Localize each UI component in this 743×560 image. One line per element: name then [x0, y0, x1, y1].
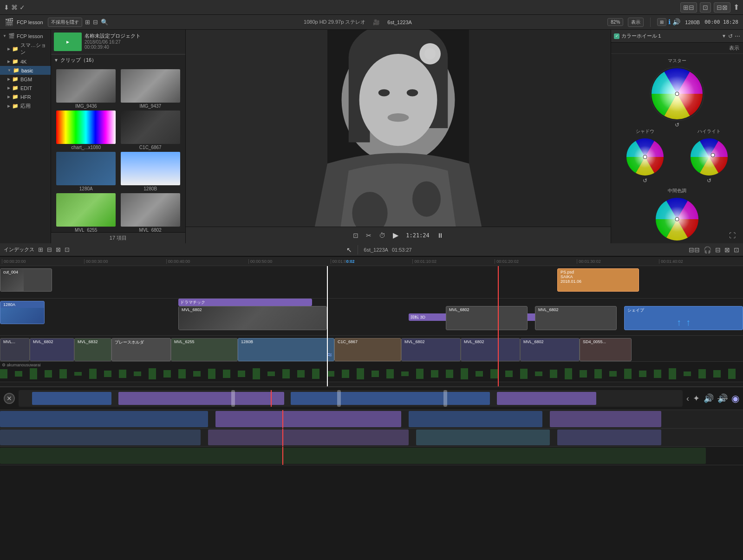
fit-icon[interactable]: ⊡ [353, 232, 358, 239]
clip-mvl6255-s[interactable]: MVL_6255 [171, 338, 238, 361]
sidebar-item-smation[interactable]: ▶ 📁 スマ…ション [0, 40, 51, 57]
master-reset-icon[interactable]: ↺ [675, 122, 679, 128]
speed-icon[interactable]: ⏱ [379, 232, 385, 239]
play-btn[interactable]: ▶ [393, 231, 398, 240]
zoom-btn[interactable]: 82% [607, 18, 623, 26]
shadow-reset-icon[interactable]: ↺ [643, 177, 647, 184]
sidebar-item-basic[interactable]: ▼ 📁 basic [0, 66, 51, 75]
audio-icon[interactable]: ⊟⊟ [689, 246, 700, 254]
panel-icon[interactable]: ⊡ [700, 2, 711, 13]
clip-pspsd[interactable]: PS.psdSAIKA2018.01.06 [557, 268, 639, 292]
mini-handle-left[interactable] [231, 390, 235, 407]
color-enable-checkbox[interactable]: ✓ [614, 33, 619, 39]
siri-icon[interactable]: ◉ [731, 393, 739, 404]
trim-icon[interactable]: ✂ [366, 232, 372, 239]
midtone-wheel-svg[interactable] [654, 196, 700, 242]
info-icon[interactable]: ℹ [668, 18, 671, 26]
clip-item-mvl6802[interactable]: MVL_6802 [119, 193, 182, 232]
clip-item-1280b[interactable]: 1280B [119, 152, 182, 191]
track-content-3: MVL... MVL_6802 MVL_6832 プレースホルダ MVL_625… [0, 336, 743, 361]
timeline-icon2[interactable]: ⊟ [715, 246, 721, 254]
clip-item-chart[interactable]: chart_...x1080 [55, 111, 117, 150]
vol-icon[interactable]: 🔊 [672, 18, 680, 26]
sidebar-item-hfr[interactable]: ▶ 📁 HFR [0, 92, 51, 101]
ruler-mark-8: 00:01:30:02 [577, 259, 659, 264]
clip-mvl6802-t1[interactable]: MVL_6802 [401, 338, 461, 361]
timeline-center-info: 6st_1223A [364, 247, 388, 253]
index-icon3[interactable]: ⊠ [56, 246, 61, 253]
reset-icon[interactable]: ↺ [728, 33, 733, 39]
back-icon[interactable]: ⬇ [4, 4, 9, 11]
clip-item-c1c6867[interactable]: C1C_6867 [119, 111, 182, 150]
pause-btn[interactable]: ⏸ [437, 232, 443, 239]
sidebar-item-4k[interactable]: ▶ 📁 4K [0, 57, 51, 66]
clip-item-img9437[interactable]: IMG_9437 [119, 69, 182, 109]
vol-icon2[interactable]: 🔊 [704, 393, 714, 404]
timeline-icon4[interactable]: ⊡ [734, 246, 739, 254]
clip-mvl6802-t2[interactable]: MVL_6802 [461, 338, 520, 361]
ov3-clip-1 [0, 448, 706, 464]
sidebar-item-fcplesson[interactable]: ▼ 🎬 FCP lesson [0, 32, 51, 40]
timeline-icon3[interactable]: ⊠ [724, 246, 730, 254]
sidebar-item-applied[interactable]: ▶ 📁 応用 [0, 101, 51, 111]
share-icon[interactable]: ⬆ [733, 3, 739, 12]
clip-mvl6802-main[interactable]: MVL_6802 [178, 306, 327, 330]
index-icon1[interactable]: ⊞ [38, 246, 43, 253]
clip-c1c6867-s[interactable]: C1C_6867 [334, 338, 401, 361]
layout-icon[interactable]: ⊟⊠ [714, 2, 730, 13]
ov3-playhead [282, 447, 283, 465]
index-icon4[interactable]: ⊡ [65, 246, 70, 253]
timeline-tracks: cut_004 PS.psdSAIKA2018.01.06 1280A ドラマチ… [0, 266, 743, 386]
sidebar: ▼ 🎬 FCP lesson ▶ 📁 スマ…ション ▶ 📁 4K ▼ 📁 bas… [0, 30, 51, 243]
sidebar-item-edit[interactable]: ▶ 📁 EDIT [0, 84, 51, 92]
key-icon[interactable]: ⌘ [11, 4, 18, 11]
mini-timeline-track[interactable] [19, 390, 683, 407]
fullscreen-icon[interactable]: ⛶ [729, 232, 736, 239]
sidebar-item-bgm[interactable]: ▶ 📁 BGM [0, 75, 51, 84]
clip-placeholder[interactable]: プレースホルダ [111, 338, 171, 361]
clip-item-mvl6255[interactable]: MVL_6255 [55, 193, 117, 232]
clip-item-1280a[interactable]: 1280A [55, 152, 117, 191]
search-icon[interactable]: 🔍 [101, 19, 108, 26]
clip-mvl6802-2[interactable]: MVL_6802 [446, 306, 528, 330]
clip-mvl-small1[interactable]: MVL... [0, 338, 30, 361]
svg-rect-61 [505, 371, 513, 377]
color-display-label[interactable]: 表示 [729, 45, 739, 52]
clip-mvl6832-s[interactable]: MVL_6832 [74, 338, 111, 361]
mini-handle-mid[interactable] [337, 390, 341, 407]
master-wheel-svg[interactable] [649, 66, 705, 122]
browser-icon1[interactable]: ⊞ [85, 19, 90, 26]
clip-item-img9436[interactable]: IMG_9436 [55, 69, 117, 109]
clips-grid: IMG_9436 IMG_9437 chart_...x1080 C1C_686… [53, 67, 183, 232]
color-panel-arrow[interactable]: ▼ [722, 33, 726, 39]
clip-label-c1c6867-s: C1C_6867 [336, 339, 359, 345]
check-icon[interactable]: ✓ [20, 4, 25, 11]
shadow-wheel-svg[interactable] [625, 137, 665, 177]
clip-mvl6802-t3[interactable]: MVL_6802 [520, 338, 580, 361]
grid-icon[interactable]: ⊞⊟ [680, 2, 697, 13]
mini-handle-right[interactable] [443, 390, 447, 407]
nav-back-icon[interactable]: ‹ [686, 394, 689, 404]
midtone-reset-icon[interactable]: ↺ [675, 242, 679, 243]
headphone-icon[interactable]: 🎧 [704, 246, 711, 254]
close-btn[interactable]: ✕ [4, 393, 15, 404]
highlight-reset-icon[interactable]: ↺ [707, 177, 711, 184]
color-options-icon[interactable]: ⋯ [735, 33, 740, 39]
clip-shape[interactable]: シェイプ ↑ ↑ [624, 306, 743, 330]
index-icon2[interactable]: ⊟ [47, 246, 52, 253]
clip-mvl6802-3[interactable]: MVL_6802 [535, 306, 617, 330]
clip-cut004[interactable]: cut_004 [0, 268, 52, 292]
browser-icon2[interactable]: ⊟ [93, 19, 98, 26]
cursor-icon[interactable]: ↖ [346, 246, 352, 254]
clip-mvl6802-s[interactable]: MVL_6802 [30, 338, 74, 361]
clip-1280b-s[interactable]: 1280B ≈ [238, 338, 334, 361]
highlight-wheel-svg[interactable] [689, 137, 730, 177]
list-icon[interactable]: ⊞ [657, 18, 666, 26]
clip-1280a-tl[interactable]: 1280A [0, 301, 45, 324]
brightness-icon[interactable]: ✦ [693, 393, 700, 404]
master-label: マスター [668, 58, 686, 64]
display-btn[interactable]: 表示 [628, 18, 644, 27]
mute-icon[interactable]: 🔊 [717, 393, 728, 404]
hide-rejected-btn[interactable]: 不採用を隠す [48, 18, 82, 27]
clip-sd4[interactable]: SD4_0055... [580, 338, 632, 361]
